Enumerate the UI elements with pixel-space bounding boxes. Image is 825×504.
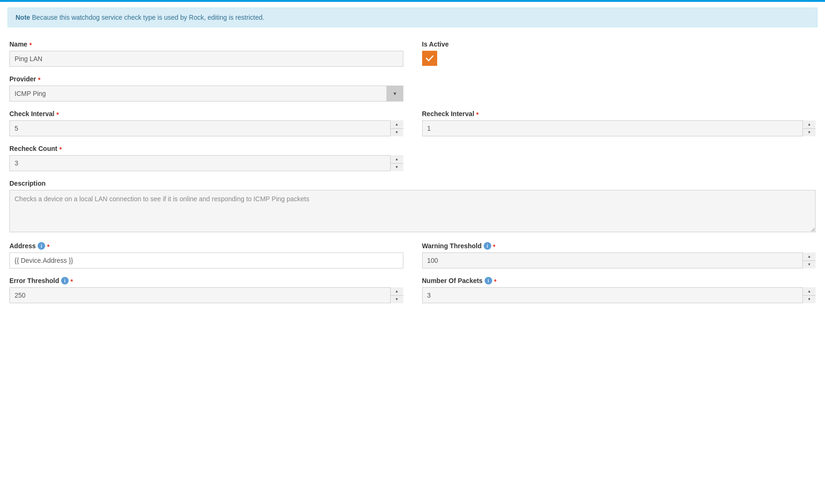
number-of-packets-label-group: Number Of Packets i •	[422, 277, 816, 284]
check-interval-required: •	[56, 110, 59, 118]
warning-threshold-up[interactable]: ▲	[803, 252, 816, 261]
row-address-warning: Address i • Warning Threshold i • ▲ ▼	[9, 242, 816, 268]
provider-select-wrapper: ICMP Ping ▾	[9, 86, 403, 102]
recheck-interval-required: •	[476, 110, 479, 118]
note-text: Because this watchdog service check type…	[32, 14, 264, 21]
isactive-checkbox[interactable]	[422, 51, 437, 66]
name-input[interactable]	[9, 51, 403, 67]
recheck-interval-input[interactable]	[422, 120, 816, 136]
chevron-down-icon: ▾	[393, 90, 396, 97]
error-threshold-down[interactable]: ▼	[391, 296, 403, 304]
check-interval-down[interactable]: ▼	[391, 129, 403, 137]
warning-threshold-down[interactable]: ▼	[803, 261, 816, 269]
number-of-packets-wrapper: ▲ ▼	[422, 287, 816, 303]
isactive-label: Is Active	[422, 40, 449, 48]
check-interval-label: Check Interval	[9, 110, 55, 118]
error-threshold-label-group: Error Threshold i •	[9, 277, 403, 284]
number-of-packets-spinners: ▲ ▼	[802, 287, 816, 303]
recheck-count-spinners: ▲ ▼	[390, 155, 403, 171]
name-label-group: Name •	[9, 40, 403, 48]
recheck-count-label-group: Recheck Count •	[9, 145, 403, 152]
description-textarea[interactable]: Checks a device on a local LAN connectio…	[9, 190, 816, 232]
description-label: Description	[9, 180, 46, 187]
isactive-checkbox-wrapper	[422, 51, 816, 66]
check-interval-spinners: ▲ ▼	[390, 120, 403, 136]
col-name: Name •	[9, 40, 403, 67]
number-of-packets-label: Number Of Packets	[422, 277, 483, 284]
provider-dropdown-arrow: ▾	[386, 86, 403, 102]
warning-threshold-wrapper: ▲ ▼	[422, 252, 816, 268]
check-interval-up[interactable]: ▲	[391, 120, 403, 129]
col-provider: Provider • ICMP Ping ▾	[9, 75, 403, 102]
warning-threshold-info-icon[interactable]: i	[484, 242, 491, 250]
recheck-count-down[interactable]: ▼	[391, 164, 403, 172]
number-of-packets-up[interactable]: ▲	[803, 287, 816, 296]
recheck-interval-up[interactable]: ▲	[803, 120, 816, 129]
number-of-packets-input[interactable]	[422, 287, 816, 303]
check-icon	[425, 54, 434, 63]
warning-threshold-label-group: Warning Threshold i •	[422, 242, 816, 250]
col-error-threshold: Error Threshold i • ▲ ▼	[9, 277, 403, 303]
description-label-group: Description	[9, 180, 816, 187]
provider-required: •	[38, 75, 41, 83]
number-of-packets-required: •	[494, 277, 497, 284]
name-required: •	[29, 40, 32, 48]
col-recheck-interval: Recheck Interval • ▲ ▼	[422, 110, 816, 136]
recheck-interval-down[interactable]: ▼	[803, 129, 816, 137]
col-description: Description Checks a device on a local L…	[9, 180, 816, 234]
isactive-label-group: Is Active	[422, 40, 816, 48]
error-threshold-spinners: ▲ ▼	[390, 287, 403, 303]
error-threshold-input[interactable]	[9, 287, 403, 303]
warning-threshold-input[interactable]	[422, 252, 816, 268]
row-recheck-count: Recheck Count • ▲ ▼	[9, 145, 816, 171]
col-recheck-count-empty	[422, 145, 816, 171]
check-interval-input[interactable]	[9, 120, 403, 136]
error-threshold-up[interactable]: ▲	[391, 287, 403, 296]
col-provider-empty	[422, 75, 816, 102]
address-required: •	[47, 242, 50, 250]
recheck-count-wrapper: ▲ ▼	[9, 155, 403, 171]
recheck-count-required: •	[59, 145, 62, 152]
check-interval-label-group: Check Interval •	[9, 110, 403, 118]
provider-select[interactable]: ICMP Ping	[9, 86, 403, 102]
recheck-interval-spinners: ▲ ▼	[802, 120, 816, 136]
col-warning-threshold: Warning Threshold i • ▲ ▼	[422, 242, 816, 268]
row-intervals: Check Interval • ▲ ▼ Recheck Interval • …	[9, 110, 816, 136]
check-interval-wrapper: ▲ ▼	[9, 120, 403, 136]
error-threshold-info-icon[interactable]: i	[61, 277, 69, 284]
form-container: Name • Is Active Provider •	[0, 33, 825, 319]
col-isactive: Is Active	[422, 40, 816, 67]
warning-threshold-spinners: ▲ ▼	[802, 252, 816, 268]
row-provider: Provider • ICMP Ping ▾	[9, 75, 816, 102]
warning-threshold-required: •	[493, 242, 496, 250]
warning-threshold-label: Warning Threshold	[422, 242, 482, 250]
row-name-isactive: Name • Is Active	[9, 40, 816, 67]
error-threshold-required: •	[71, 277, 73, 284]
number-of-packets-info-icon[interactable]: i	[485, 277, 492, 284]
address-info-icon[interactable]: i	[38, 242, 45, 250]
provider-label-group: Provider •	[9, 75, 403, 83]
col-check-interval: Check Interval • ▲ ▼	[9, 110, 403, 136]
recheck-interval-wrapper: ▲ ▼	[422, 120, 816, 136]
col-address: Address i •	[9, 242, 403, 268]
note-banner: Note Because this watchdog service check…	[8, 8, 817, 27]
col-recheck-count: Recheck Count • ▲ ▼	[9, 145, 403, 171]
recheck-interval-label-group: Recheck Interval •	[422, 110, 816, 118]
provider-label: Provider	[9, 75, 36, 83]
recheck-count-input[interactable]	[9, 155, 403, 171]
note-label: Note	[16, 14, 30, 21]
name-label: Name	[9, 40, 27, 48]
address-input[interactable]	[9, 252, 403, 268]
row-error-packets: Error Threshold i • ▲ ▼ Number Of Packet…	[9, 277, 816, 303]
address-label: Address	[9, 242, 36, 250]
recheck-count-label: Recheck Count	[9, 145, 57, 152]
error-threshold-wrapper: ▲ ▼	[9, 287, 403, 303]
col-number-of-packets: Number Of Packets i • ▲ ▼	[422, 277, 816, 303]
number-of-packets-down[interactable]: ▼	[803, 296, 816, 304]
row-description: Description Checks a device on a local L…	[9, 180, 816, 234]
recheck-interval-label: Recheck Interval	[422, 110, 474, 118]
address-label-group: Address i •	[9, 242, 403, 250]
recheck-count-up[interactable]: ▲	[391, 155, 403, 164]
error-threshold-label: Error Threshold	[9, 277, 59, 284]
top-bar	[0, 0, 825, 2]
